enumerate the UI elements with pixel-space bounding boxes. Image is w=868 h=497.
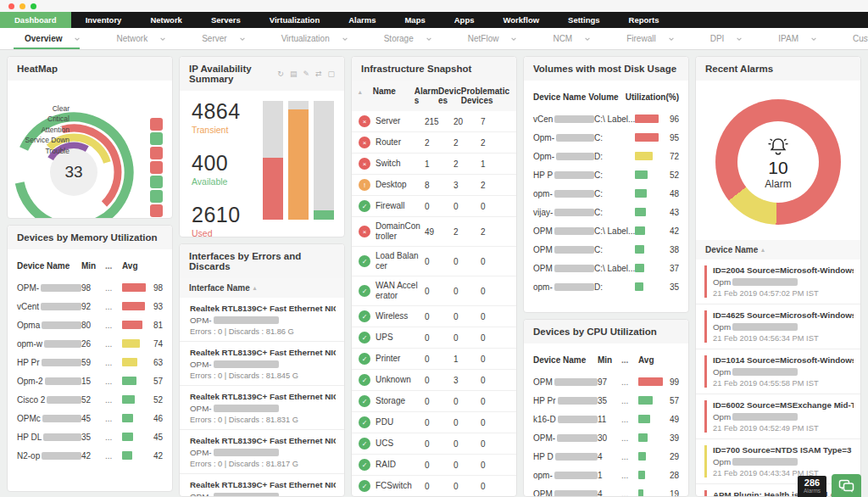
- chevron-down-icon[interactable]: [510, 36, 517, 42]
- close-window-button[interactable]: [8, 3, 14, 9]
- heatmap-cell[interactable]: [150, 118, 163, 131]
- dashboard-tab[interactable]: Network: [98, 28, 184, 49]
- dashboard-tab[interactable]: Custom: [835, 28, 868, 49]
- table-row[interactable]: × Router 2 2 2: [352, 132, 516, 154]
- table-row[interactable]: OPM C:\ Label... 37: [533, 259, 679, 277]
- heatmap-cell[interactable]: [150, 176, 163, 188]
- table-row[interactable]: HP P C: 52: [533, 165, 679, 184]
- alarm-list-item[interactable]: ID=2004 Source=Microsoft-Windows-Resourc…: [696, 260, 860, 304]
- table-row[interactable]: × Switch 1 2 1: [352, 154, 516, 175]
- table-row[interactable]: ✓ PDU 0 0 0: [352, 412, 516, 433]
- chevron-down-icon[interactable]: [239, 36, 246, 42]
- table-row[interactable]: ✓ Wireless 0 0 0: [352, 306, 516, 327]
- table-row[interactable]: HP Pr 59 ... 63: [17, 353, 163, 371]
- chat-support-button[interactable]: [832, 474, 861, 497]
- dashboard-tab[interactable]: IPAM: [760, 28, 835, 49]
- nav-item[interactable]: Dashboard: [0, 12, 71, 28]
- table-row[interactable]: OPM C:\ Label... 42: [533, 221, 679, 240]
- table-row[interactable]: vCen C:\ Label... 96: [533, 109, 679, 128]
- table-row[interactable]: opm- C: 48: [533, 184, 679, 203]
- nav-item[interactable]: Workflow: [489, 12, 554, 28]
- minimize-window-button[interactable]: [19, 3, 25, 9]
- table-row[interactable]: ✓ FCSwitch 0 0 0: [352, 476, 516, 497]
- delete-icon[interactable]: ▢: [327, 70, 335, 78]
- heatmap-cell[interactable]: [150, 161, 163, 174]
- table-row[interactable]: vijay- C: 43: [533, 203, 679, 221]
- table-row[interactable]: ✓ Load Balancer 0 0 0: [352, 247, 516, 276]
- dashboard-tab[interactable]: NetFlow: [450, 28, 536, 49]
- alarm-list-item[interactable]: ID=1014 Source=Microsoft-Windows-DNS-Cli…: [696, 349, 860, 394]
- clone-icon[interactable]: ⇄: [315, 70, 322, 78]
- chevron-down-icon[interactable]: [426, 36, 432, 42]
- table-row[interactable]: opm- 1 ... 28: [533, 466, 679, 484]
- table-row[interactable]: ✓ Unknown 0 3 0: [352, 370, 516, 391]
- table-row[interactable]: OPMc 45 ... 46: [17, 409, 163, 427]
- table-row[interactable]: ✓ Storage 0 0 0: [352, 391, 516, 412]
- table-row[interactable]: Opma 80 ... 81: [17, 316, 163, 334]
- table-row[interactable]: OPM- 30 ... 39: [533, 428, 679, 447]
- heatmap-cell[interactable]: [150, 190, 163, 203]
- nav-item[interactable]: Virtualization: [255, 12, 334, 28]
- heatmap-cell[interactable]: [150, 147, 163, 159]
- nav-item[interactable]: Settings: [554, 12, 614, 28]
- table-row[interactable]: ✓ RAID 0 0 0: [352, 455, 516, 476]
- interface-list-item[interactable]: Realtek RTL8139C+ Fast Ethernet NIC #3-W…: [180, 430, 344, 474]
- table-row[interactable]: Opm-2 15 ... 57: [17, 371, 163, 390]
- chevron-down-icon[interactable]: [159, 36, 166, 42]
- dashboard-tab[interactable]: Overview: [7, 28, 98, 49]
- nav-item[interactable]: Servers: [197, 12, 255, 28]
- table-row[interactable]: HP Pr 35 ... 57: [533, 391, 679, 410]
- table-row[interactable]: ✓ UPS 0 0 0: [352, 327, 516, 349]
- alarm-count-badge[interactable]: 286 Alarms: [798, 476, 826, 497]
- table-row[interactable]: vCent 92 ... 93: [17, 297, 163, 316]
- table-row[interactable]: Cisco 2 52 ... 52: [17, 390, 163, 409]
- sort-icon[interactable]: ▴: [359, 89, 362, 95]
- table-row[interactable]: opm-w 26 ... 74: [17, 334, 163, 353]
- table-row[interactable]: ✓ Printer 0 1 0: [352, 349, 516, 370]
- interface-list-item[interactable]: Realtek RTL8139C+ Fast Ethernet NIC #3-W…: [180, 386, 344, 430]
- interface-list-item[interactable]: Realtek RTL8139C+ Fast Ethernet NIC #3-N…: [180, 298, 344, 342]
- nav-item[interactable]: Maps: [390, 12, 439, 28]
- chevron-down-icon[interactable]: [584, 36, 591, 42]
- dashboard-tab[interactable]: Storage: [366, 28, 450, 49]
- heatmap-cell[interactable]: [150, 132, 163, 145]
- chevron-down-icon[interactable]: [74, 36, 81, 42]
- table-row[interactable]: N2-op 42 ... 42: [17, 446, 163, 465]
- table-row[interactable]: HP D 4 ... 29: [533, 447, 679, 466]
- device-name-sort-header[interactable]: Device Name ▴: [696, 240, 860, 260]
- report-icon[interactable]: ▤: [290, 70, 298, 78]
- nav-item[interactable]: Reports: [615, 12, 674, 28]
- table-row[interactable]: Opm- D: 72: [533, 147, 679, 165]
- dashboard-tab[interactable]: Server: [184, 28, 263, 49]
- dashboard-tab[interactable]: DPI: [693, 28, 761, 49]
- dashboard-tab[interactable]: Firewall: [609, 28, 692, 49]
- alarm-list-item[interactable]: ID=6002 Source=MSExchange Mid-Tier Stora…: [696, 394, 860, 439]
- table-row[interactable]: ✓ WAN Accelerator 0 0 0: [352, 276, 516, 306]
- dashboard-tab[interactable]: NCM: [535, 28, 609, 49]
- chevron-down-icon[interactable]: [668, 36, 675, 42]
- table-row[interactable]: HP DL 35 ... 45: [17, 427, 163, 446]
- table-row[interactable]: opm- D: 35: [533, 277, 679, 296]
- chevron-down-icon[interactable]: [342, 36, 348, 42]
- refresh-icon[interactable]: ↻: [277, 70, 284, 78]
- interface-name-sort-header[interactable]: Interface Name ▴: [180, 278, 344, 298]
- table-row[interactable]: OPM C: 38: [533, 240, 679, 259]
- chevron-down-icon[interactable]: [810, 36, 817, 42]
- table-row[interactable]: OPM 4 ... 19: [533, 484, 679, 497]
- heatmap-cell[interactable]: [150, 204, 163, 217]
- table-row[interactable]: Opm- C: 95: [533, 128, 679, 147]
- table-row[interactable]: OPM 97 ... 99: [533, 372, 679, 391]
- table-row[interactable]: ✓ Firewall 0 0 0: [352, 196, 516, 217]
- interface-list-item[interactable]: Realtek RTL8139C+ Fast Ethernet NIC #3-N…: [180, 342, 344, 386]
- nav-item[interactable]: Inventory: [71, 12, 136, 28]
- edit-icon[interactable]: ✎: [303, 70, 309, 78]
- chevron-down-icon[interactable]: [736, 36, 743, 42]
- table-row[interactable]: k16-D 11 ... 49: [533, 410, 679, 428]
- table-row[interactable]: ! Desktop 8 3 2: [352, 175, 516, 196]
- dashboard-tab[interactable]: Virtualization: [264, 28, 366, 49]
- interface-list-item[interactable]: Realtek RTL8139C+ Fast Ethernet NIC #3-E…: [180, 474, 344, 497]
- alarm-list-item[interactable]: ID=4625 Source=Microsoft-Windows-Securit…: [696, 304, 860, 349]
- nav-item[interactable]: Alarms: [334, 12, 390, 28]
- table-row[interactable]: OPM- 98 ... 98: [17, 278, 163, 297]
- nav-item[interactable]: Network: [136, 12, 196, 28]
